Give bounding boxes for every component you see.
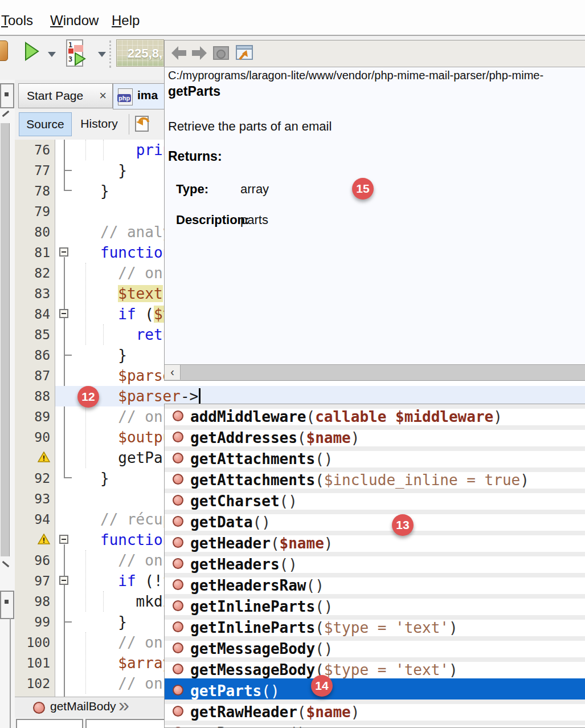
menu-help[interactable]: Help: [112, 13, 140, 29]
line-number[interactable]: 98: [15, 591, 54, 612]
completion-item-getRawHeader[interactable]: getRawHeader($name): [165, 699, 585, 721]
completion-item-addMiddleware[interactable]: addMiddleware(callable $middleware): [165, 404, 585, 425]
code-text: // on: [100, 673, 163, 694]
history-button[interactable]: History: [74, 112, 124, 136]
code-text: mkdi: [100, 591, 171, 612]
line-number[interactable]: 100: [15, 632, 54, 653]
completion-item-getAddresses[interactable]: getAddresses($name): [165, 425, 585, 446]
completion-item-getMessageBody[interactable]: getMessageBody(): [165, 636, 585, 657]
source-button[interactable]: Source: [19, 112, 72, 136]
line-number[interactable]: 84: [15, 304, 54, 324]
doc-description-value: parts: [240, 213, 268, 227]
debug-icon-arrow: [74, 45, 83, 52]
last-edit-icon[interactable]: [134, 114, 152, 132]
method-icon: [173, 516, 183, 527]
completion-item-getResource[interactable]: getResource(): [165, 721, 585, 728]
method-icon: [173, 664, 183, 674]
line-number[interactable]: 99: [15, 612, 54, 632]
line-number[interactable]: 97: [15, 571, 54, 591]
line-number[interactable]: 82: [15, 263, 54, 283]
completion-item-getCharset[interactable]: getCharset(): [165, 489, 585, 510]
rail-button-top[interactable]: [0, 83, 14, 108]
line-number[interactable]: 89: [15, 406, 54, 427]
rail-splitter[interactable]: [10, 618, 11, 728]
completion-item-getAttachments[interactable]: getAttachments($include_inline = true): [165, 467, 585, 489]
code-text: getPar: [100, 448, 171, 468]
code-text: }: [100, 612, 127, 632]
left-rail: [0, 80, 15, 728]
run-icon[interactable]: [24, 42, 40, 61]
line-number[interactable]: 87: [15, 365, 54, 386]
line-number[interactable]: 83: [15, 283, 54, 304]
completion-item-getInlineParts[interactable]: getInlineParts(): [165, 594, 585, 615]
editor-tab-row: Start Page × php ima: [15, 80, 164, 109]
line-number[interactable]: 79: [15, 201, 54, 222]
code-text: }: [100, 468, 109, 489]
toolbar-partial-icon[interactable]: [0, 40, 8, 61]
line-number[interactable]: 81: [15, 242, 54, 263]
svg-text:!: !: [42, 454, 46, 462]
show-web-icon[interactable]: [212, 44, 231, 63]
tab-active-file[interactable]: php ima: [113, 83, 164, 109]
method-icon: [173, 642, 183, 653]
rail-scroll-up-icon[interactable]: [2, 111, 10, 117]
line-number[interactable]: 96: [15, 550, 54, 571]
run-dropdown-icon[interactable]: [48, 52, 56, 57]
completion-item-getParts[interactable]: getParts(): [165, 678, 585, 699]
external-browser-icon[interactable]: [234, 44, 255, 64]
menu-window[interactable]: Window: [50, 13, 99, 29]
completion-item-getHeaders[interactable]: getHeaders(): [165, 552, 585, 573]
forward-icon[interactable]: [190, 44, 209, 62]
debug-dropdown-icon[interactable]: [98, 52, 106, 57]
line-number[interactable]: 86: [15, 345, 54, 365]
code-text: // on: [100, 632, 163, 653]
fold-minus: [62, 539, 66, 540]
doc-horizontal-scrollbar[interactable]: ‹: [165, 364, 585, 380]
line-number[interactable]: 94: [15, 509, 54, 530]
line-number[interactable]: 102: [15, 673, 54, 694]
chevron-right-icon[interactable]: »: [118, 694, 129, 716]
callout-badge-12: 12: [77, 386, 99, 408]
debug-icon[interactable]: 1 3: [66, 39, 89, 68]
rail-scroll-down-icon[interactable]: [2, 561, 10, 567]
doc-file-path: C:/myprograms/laragon-lite/www/vendor/ph…: [168, 69, 584, 82]
fold-collapse-icon[interactable]: [59, 309, 68, 318]
back-icon[interactable]: [169, 44, 189, 62]
fold-collapse-icon[interactable]: [59, 247, 68, 257]
callout-badge-14: 14: [311, 675, 333, 697]
line-number[interactable]: 88: [15, 386, 54, 406]
php-file-icon-label: php: [117, 94, 131, 102]
line-number[interactable]: 92: [15, 468, 54, 489]
line-number[interactable]: 85: [15, 324, 54, 345]
line-number[interactable]: 90: [15, 427, 54, 448]
callout-badge-13: 13: [392, 514, 414, 536]
tab-start-page[interactable]: Start Page ×: [18, 83, 113, 108]
completion-item-getHeader[interactable]: getHeader($name): [165, 531, 585, 552]
warning-icon[interactable]: !: [15, 530, 54, 550]
method-icon: [173, 706, 183, 717]
fold-collapse-icon[interactable]: [59, 535, 68, 544]
memory-indicator[interactable]: 225,8,: [116, 39, 164, 67]
menu-tools[interactable]: Tools: [1, 13, 33, 29]
fold-collapse-icon[interactable]: [59, 576, 68, 585]
line-number[interactable]: 76: [15, 140, 54, 160]
warning-icon[interactable]: !: [15, 448, 54, 468]
scroll-left-icon[interactable]: ‹: [165, 365, 181, 380]
completion-item-getMessageBody[interactable]: getMessageBody($type = 'text'): [165, 657, 585, 678]
completion-item-getAttachments[interactable]: getAttachments(): [165, 446, 585, 467]
line-number[interactable]: 101: [15, 653, 54, 673]
rail-button-bottom[interactable]: [0, 591, 14, 619]
completion-item-getData[interactable]: getData(): [165, 510, 585, 531]
rail-dot: [5, 92, 9, 96]
line-number[interactable]: 77: [15, 160, 54, 181]
line-number[interactable]: 80: [15, 222, 54, 242]
line-number[interactable]: 93: [15, 489, 54, 509]
close-icon[interactable]: ×: [99, 84, 107, 108]
rail-scrollbar[interactable]: [1, 123, 10, 556]
method-icon: [173, 558, 183, 569]
completion-item-getInlineParts[interactable]: getInlineParts($type = 'text'): [165, 615, 585, 636]
debug-icon-three: 3: [68, 55, 72, 63]
doc-title: getParts: [168, 84, 220, 99]
line-number[interactable]: 78: [15, 181, 54, 201]
completion-item-getHeadersRaw[interactable]: getHeadersRaw(): [165, 573, 585, 594]
